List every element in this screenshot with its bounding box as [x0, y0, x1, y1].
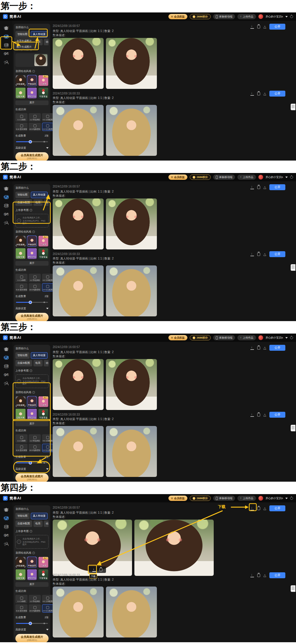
warning-triangle-icon[interactable]: △: [263, 92, 266, 96]
points-badge[interactable]: 2686积分: [190, 14, 211, 19]
sidebar-nav-item[interactable]: 修图: [0, 372, 12, 378]
trash-icon[interactable]: [257, 92, 260, 95]
slider-knob[interactable]: [29, 140, 32, 143]
category-tab[interactable]: 动漫转真人: [44, 199, 49, 206]
sidebar-nav-item[interactable]: 绘图: [0, 33, 12, 40]
category-tab[interactable]: 动漫转真人: [44, 39, 49, 45]
ratio-option[interactable]: 1:2 手机屏幕: [29, 274, 41, 282]
category-tab[interactable]: 智能绘图: [15, 192, 30, 198]
uploaded-reference-box[interactable]: [15, 53, 49, 67]
generate-button[interactable]: 会员高速生成图片 (消耗2积分): [15, 473, 49, 482]
style-card[interactable]: 热门 二次元: [38, 396, 49, 407]
publish-button[interactable]: 公开: [269, 572, 285, 578]
ratio-option[interactable]: 3:4 社交配图: [42, 444, 53, 452]
expand-styles-button[interactable]: 展开: [15, 422, 49, 426]
advanced-settings-toggle[interactable]: 高级设置: [15, 628, 49, 632]
expand-styles-button[interactable]: 展开: [15, 261, 49, 266]
warning-triangle-icon[interactable]: △: [263, 346, 266, 350]
chevron-down-icon[interactable]: [285, 177, 288, 178]
category-tab[interactable]: 自媒体配图: [15, 520, 32, 527]
member-benefits-button[interactable]: V 会员权益: [168, 335, 187, 340]
sidebar-nav-item[interactable]: 个人: [0, 541, 12, 547]
sidebar-nav-item[interactable]: 个人: [0, 380, 12, 387]
upload-work-button[interactable]: ↑ 上传作品: [237, 335, 256, 340]
style-card[interactable]: 可爱盲盒: [38, 87, 49, 99]
feedback-float-button[interactable]: [291, 425, 295, 431]
ratio-option[interactable]: 16:9 电脑壁纸: [29, 283, 41, 291]
ratio-option[interactable]: 3:4 社交配图: [42, 604, 53, 613]
slider-knob[interactable]: [29, 461, 32, 464]
generated-image[interactable]: [134, 520, 214, 576]
publish-button[interactable]: 公开: [269, 184, 285, 190]
reference-photo-thumbnail[interactable]: [34, 54, 47, 66]
style-card[interactable]: Q版头像: [15, 87, 26, 99]
sidebar-nav-item[interactable]: 修图: [0, 532, 12, 539]
publish-button[interactable]: 公开: [269, 24, 285, 30]
trash-icon[interactable]: [257, 346, 260, 350]
ratio-option[interactable]: 4:3 文章配图: [42, 274, 53, 282]
chevron-down-icon[interactable]: [285, 337, 288, 339]
upload-dropzone[interactable]: ↑ 点击/拖拽图片上传， 支持20M以内JPG、PNG图片: [15, 214, 49, 228]
publish-button[interactable]: 公开: [269, 412, 285, 418]
style-card[interactable]: 平面插画: [27, 236, 37, 247]
warning-triangle-icon[interactable]: △: [263, 507, 266, 510]
style-card[interactable]: 平面插画: [27, 75, 37, 86]
trash-icon[interactable]: [257, 186, 260, 189]
style-card[interactable]: Q版头像: [15, 248, 26, 259]
ratio-option[interactable]: 3:4 社交配图: [42, 283, 53, 291]
ratio-option[interactable]: 1:2 手机屏幕: [29, 434, 41, 443]
power-icon[interactable]: [290, 15, 293, 18]
sidebar-nav-item[interactable]: 文案: [0, 203, 12, 209]
sidebar-nav-item[interactable]: 个人: [0, 220, 12, 226]
ratio-option[interactable]: 1:1 头像图: [15, 595, 28, 603]
sidebar-nav-item[interactable]: 修图: [0, 211, 12, 217]
points-badge[interactable]: 2686积分: [190, 174, 211, 180]
download-icon[interactable]: [250, 573, 254, 577]
trash-icon[interactable]: [257, 507, 260, 510]
trash-icon[interactable]: [257, 25, 260, 28]
trash-icon[interactable]: [257, 253, 260, 256]
mobile-app-button[interactable]: 体验移动端: [213, 174, 235, 180]
style-card[interactable]: 可爱盲盒: [38, 248, 49, 259]
mobile-app-button[interactable]: 体验移动端: [213, 496, 235, 501]
style-card[interactable]: Q版头像: [15, 569, 26, 580]
chevron-down-icon[interactable]: [285, 16, 288, 17]
warning-triangle-icon[interactable]: △: [263, 413, 266, 417]
feedback-float-button[interactable]: [291, 585, 295, 592]
ratio-option[interactable]: 4:3 文章配图: [42, 595, 53, 603]
style-card[interactable]: 梦幻少女: [27, 87, 37, 99]
expand-styles-button[interactable]: 展开: [15, 100, 49, 105]
app-logo-icon[interactable]: D: [3, 496, 8, 501]
count-slider[interactable]: [15, 622, 49, 625]
power-icon[interactable]: [290, 497, 293, 500]
ratio-option[interactable]: 16:9 电脑壁纸: [29, 604, 41, 613]
sidebar-nav-item[interactable]: 首页: [0, 346, 12, 352]
count-slider[interactable]: [15, 140, 49, 143]
upload-work-button[interactable]: ↑ 上传作品: [237, 14, 256, 19]
app-logo-icon[interactable]: D: [3, 14, 8, 19]
warning-triangle-icon[interactable]: △: [263, 25, 266, 29]
app-logo-icon[interactable]: D: [3, 335, 8, 340]
image-download-icon[interactable]: [92, 568, 96, 572]
feedback-float-button[interactable]: [291, 104, 295, 110]
warning-triangle-icon[interactable]: △: [263, 573, 266, 577]
category-tab[interactable]: 真人转动漫: [31, 513, 48, 519]
download-icon[interactable]: [250, 252, 254, 256]
ratio-option[interactable]: 16:9 电脑壁纸: [29, 444, 41, 452]
expand-styles-button[interactable]: 展开: [15, 582, 49, 587]
category-tab[interactable]: 真人转动漫: [31, 31, 48, 38]
advanced-settings-toggle[interactable]: 高级设置: [15, 307, 49, 310]
style-card[interactable]: 热门 二次元: [38, 557, 49, 568]
sidebar-nav-item[interactable]: 修图: [0, 51, 12, 57]
style-card[interactable]: 热门 二次元: [38, 236, 49, 247]
generate-button[interactable]: 会员高速生成图片 (消耗2积分): [15, 152, 49, 161]
generated-image[interactable]: [53, 426, 104, 477]
sidebar-nav-item[interactable]: 文案: [0, 363, 12, 369]
sidebar-nav-item[interactable]: 文案: [0, 42, 12, 48]
style-card[interactable]: 可爱盲盒: [38, 569, 49, 580]
style-card[interactable]: 梦幻少女: [27, 248, 37, 259]
download-icon[interactable]: [250, 185, 254, 189]
style-card[interactable]: 热门 二次元: [38, 75, 49, 86]
publish-button[interactable]: 公开: [269, 91, 285, 97]
sidebar-nav-item[interactable]: 个人: [0, 59, 12, 65]
